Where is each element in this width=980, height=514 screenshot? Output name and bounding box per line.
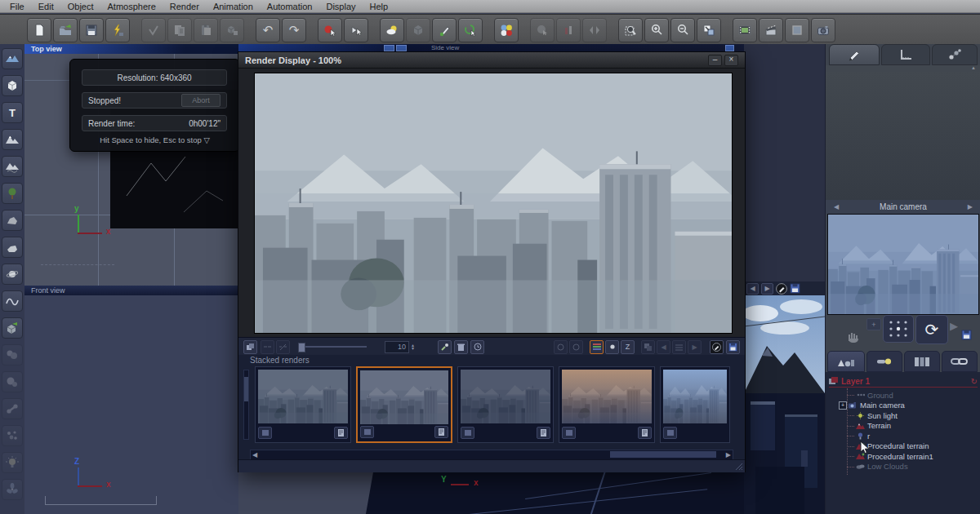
spheres-tool[interactable] [2, 371, 23, 392]
bone-tool[interactable] [2, 398, 23, 419]
menu-file[interactable]: File [10, 2, 24, 11]
layer-item-main-camera[interactable]: + Main camera [826, 401, 980, 410]
play-camera-icon[interactable]: ▶ [950, 320, 958, 332]
cube-tool[interactable] [2, 75, 23, 96]
thumb-note-button[interactable] [434, 426, 448, 438]
resize-picture-button[interactable] [697, 18, 721, 42]
copy-object-button[interactable] [220, 18, 244, 42]
stack-count-stepper[interactable]: ▲ ▲ [409, 341, 416, 353]
light-tool[interactable] [2, 452, 23, 473]
open-file-button[interactable] [53, 18, 78, 42]
flip-view-button[interactable] [582, 18, 607, 42]
vegetation-tool[interactable] [2, 183, 23, 204]
channel-b-button[interactable] [569, 340, 583, 354]
thumb-action-button[interactable] [562, 427, 576, 439]
menu-atmosphere[interactable]: Atmosphere [108, 2, 156, 11]
import-object-tool[interactable] [2, 317, 23, 339]
tab-links[interactable] [932, 44, 978, 65]
select-object-button[interactable] [318, 18, 342, 42]
ecosystem-fan-tool[interactable] [2, 479, 23, 500]
compare-a-button[interactable] [261, 340, 274, 354]
stack-count-field[interactable]: 10 [385, 341, 409, 353]
hscroll-right-button[interactable]: ▶ [726, 451, 731, 459]
procedural-terrain-tool[interactable] [2, 156, 23, 177]
pick-color-button[interactable] [438, 340, 452, 354]
pen-circle-icon[interactable] [776, 283, 787, 295]
prev-button[interactable]: ◀ [746, 283, 759, 295]
material-summary-button[interactable] [494, 18, 519, 42]
menu-edit[interactable]: Edit [38, 2, 54, 11]
front-view-titlebar[interactable]: Front view [24, 286, 238, 295]
stacked-render-thumbnail[interactable] [255, 366, 351, 443]
tab-lights[interactable] [866, 351, 902, 372]
rotate-select-button[interactable] [458, 18, 483, 42]
multi-pass-button[interactable] [641, 340, 655, 354]
thumb-vscrollbar[interactable] [243, 370, 249, 440]
save-button[interactable] [79, 18, 104, 42]
duplicate-button[interactable] [167, 18, 192, 42]
stacked-render-thumbnail[interactable] [457, 366, 554, 443]
close-button[interactable]: × [724, 55, 738, 66]
next-button[interactable]: ▶ [761, 283, 773, 295]
layer-refresh-icon[interactable]: ↻ [971, 377, 978, 386]
paint-material-button[interactable] [432, 18, 457, 42]
render-sphere-button[interactable] [530, 18, 555, 42]
next-pass-button[interactable]: ▶ [688, 340, 702, 354]
viewport-minimize-button[interactable] [384, 45, 394, 51]
stacked-render-thumbnail-selected[interactable] [356, 366, 452, 443]
terrain-tool[interactable] [2, 129, 23, 150]
stone-tool[interactable] [2, 237, 23, 258]
vscroll-thumb[interactable] [244, 377, 248, 401]
perspective-viewport[interactable]: Y x [238, 471, 825, 514]
alpha-channel-button[interactable] [605, 340, 619, 354]
menu-display[interactable]: Display [326, 2, 355, 11]
abort-button[interactable]: Abort [181, 94, 220, 107]
animation-strip-button[interactable] [733, 18, 757, 42]
undo-button[interactable]: ↶ [256, 18, 280, 42]
validate-button[interactable] [141, 18, 166, 42]
menu-object[interactable]: Object [68, 2, 94, 11]
menu-automation[interactable]: Automation [267, 2, 313, 11]
delete-render-button[interactable] [454, 340, 468, 354]
z-depth-button[interactable]: Z [621, 340, 635, 354]
stacked-render-thumbnail[interactable] [559, 366, 655, 443]
save-disk-icon[interactable] [790, 283, 800, 294]
thumb-note-button[interactable] [638, 427, 652, 439]
minimize-button[interactable]: – [708, 55, 722, 66]
select-play-button[interactable] [344, 18, 368, 42]
save-render-button[interactable] [726, 340, 740, 354]
expand-icon[interactable]: + [839, 401, 847, 410]
hscroll-left-button[interactable]: ◀ [252, 451, 257, 459]
viewport-maximize-button[interactable] [396, 45, 407, 51]
main-render-button[interactable] [811, 18, 835, 42]
tab-links-lower[interactable] [942, 351, 978, 372]
metablob-tool[interactable] [2, 344, 23, 366]
hscroll-thumb[interactable] [610, 451, 716, 458]
blend-slider[interactable] [298, 346, 367, 348]
zoom-region-button[interactable] [618, 18, 643, 42]
resize-grip-icon[interactable] [735, 463, 743, 471]
atmosphere-editor-button[interactable] [380, 18, 404, 42]
clapperboard-button[interactable] [759, 18, 783, 42]
camera-preview[interactable] [827, 214, 979, 315]
rendered-image[interactable] [254, 73, 733, 334]
menu-animation[interactable]: Animation [213, 2, 253, 11]
render-area-button[interactable] [785, 18, 809, 42]
collapse-triangle-icon[interactable]: ▽ [203, 135, 209, 144]
tab-objects[interactable] [827, 351, 865, 372]
redo-button[interactable]: ↷ [282, 18, 306, 42]
zoom-out-button[interactable] [670, 18, 695, 42]
object-properties-button[interactable] [406, 18, 430, 42]
thumb-action-button[interactable] [461, 427, 474, 439]
thumb-note-button[interactable] [537, 427, 550, 439]
text-tool[interactable]: T [2, 102, 23, 123]
layer-item-sun-light[interactable]: Sun light [826, 410, 980, 420]
save-camera-icon[interactable] [961, 330, 972, 340]
tab-edit[interactable] [829, 44, 880, 65]
rotate-pad[interactable]: ⟳ [915, 315, 948, 344]
rgb-channel-button[interactable] [590, 340, 604, 354]
thumb-action-button[interactable] [663, 427, 677, 439]
post-process-button[interactable] [710, 340, 724, 354]
collapse-arrow-icon[interactable]: ▲ [971, 65, 976, 70]
render-display-window[interactable]: Render Display - 100% – × 10 ▲ ▲ [238, 51, 746, 472]
